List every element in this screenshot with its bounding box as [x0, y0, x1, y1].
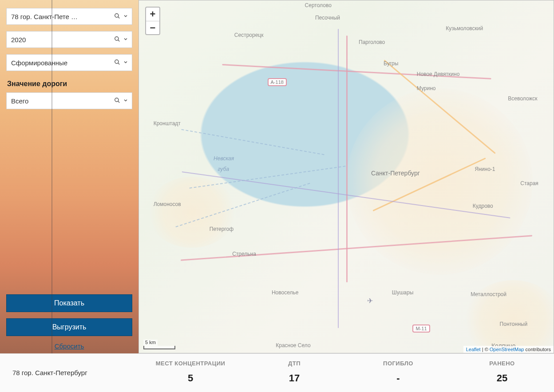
svg-point-6	[115, 98, 119, 101]
map-label-sestroretsk: Сестрорецк	[234, 32, 264, 38]
stats-header-deaths: ПОГИБЛО	[346, 354, 450, 370]
stats-value-deaths: -	[346, 370, 450, 392]
road-shield-m11: М-11	[412, 325, 430, 333]
region-select[interactable]: 78 гор. Санкт-Пете …	[6, 8, 132, 25]
map-attribution: Leaflet | © OpenStreetMap contributors	[463, 346, 554, 353]
chevron-down-icon	[123, 13, 128, 20]
map-label-vsevolozhsk: Всеволожск	[508, 95, 537, 102]
map-label-city: Санкт-Петербург	[371, 170, 420, 177]
scale-bar: 5 km	[143, 340, 175, 349]
zoom-in-button[interactable]: +	[146, 8, 159, 21]
map-container[interactable]: Санкт-Петербург Невская губа Кронштадт С…	[138, 0, 554, 353]
chevron-down-icon	[123, 59, 128, 66]
region-select-value: 78 гор. Санкт-Пете …	[11, 13, 111, 20]
airport-icon: ✈	[367, 297, 373, 305]
road-significance-label: Значение дороги	[7, 80, 132, 88]
reset-link[interactable]: Сбросить	[6, 342, 132, 350]
road-significance-value: Всего	[11, 97, 111, 105]
zoom-out-button[interactable]: −	[146, 21, 159, 34]
leaflet-link[interactable]: Leaflet	[466, 347, 481, 352]
stats-value-places: 5	[138, 370, 242, 392]
map-label-devyatkino: Новое Девяткино	[417, 71, 460, 77]
map-surface[interactable]: Санкт-Петербург Невская губа Кронштадт С…	[139, 0, 554, 353]
road-shield-a118: А-118	[268, 78, 287, 86]
stats-header-places: МЕСТ КОНЦЕНТРАЦИИ	[138, 354, 242, 370]
status-select[interactable]: Сформированные	[6, 54, 132, 71]
year-select[interactable]: 2020	[6, 31, 132, 48]
map-label-metallostroy: Металлострой	[471, 291, 507, 297]
chevron-down-icon	[123, 36, 128, 43]
map-label-water: Невская	[214, 155, 234, 162]
zoom-control: + −	[145, 7, 160, 35]
svg-line-3	[118, 40, 120, 41]
map-label-pesochny: Песочный	[315, 15, 340, 21]
map-label-pontonny: Понтонный	[500, 321, 528, 327]
stats-header-accidents: ДТП	[242, 354, 346, 370]
search-icon	[114, 59, 120, 67]
main-area: 78 гор. Санкт-Пете … 2020 Сформированные	[0, 0, 554, 353]
road-significance-select[interactable]: Всего	[6, 92, 132, 109]
map-label-petergof: Петергоф	[210, 226, 233, 232]
map-label-krasnoe: Красное Село	[276, 342, 310, 348]
stats-region-name: 78 гор. Санкт-Петербург	[12, 369, 87, 376]
scale-label: 5 km	[143, 340, 158, 346]
stats-region-cell: 78 гор. Санкт-Петербург	[0, 354, 138, 392]
map-label-kronstadt: Кронштадт	[154, 120, 181, 127]
map-label-shushary: Шушары	[392, 289, 414, 296]
search-icon	[114, 36, 120, 44]
year-select-value: 2020	[11, 36, 111, 44]
show-button[interactable]: Показать	[6, 294, 132, 312]
sidebar: 78 гор. Санкт-Пете … 2020 Сформированные	[0, 0, 138, 353]
stats-value-accidents: 17	[242, 370, 346, 392]
map-label-water2: губа	[218, 166, 229, 172]
map-label-novoselie: Новоселье	[272, 289, 298, 296]
map-label-kudrovo: Кудрово	[473, 203, 493, 209]
osm-link[interactable]: OpenStreetMap	[490, 347, 524, 352]
search-icon	[114, 13, 120, 20]
map-label-yanino: Янино-1	[475, 166, 495, 172]
map-label-pargolovo: Парголово	[359, 39, 385, 45]
svg-point-2	[115, 36, 119, 40]
map-label-bugry: Бугры	[384, 60, 398, 67]
export-button[interactable]: Выгрузить	[6, 318, 132, 336]
export-button-label: Выгрузить	[52, 323, 87, 331]
reset-link-label: Сбросить	[55, 342, 84, 350]
svg-point-0	[115, 13, 119, 17]
stats-grid: МЕСТ КОНЦЕНТРАЦИИ ДТП ПОГИБЛО РАНЕНО 5 1…	[138, 354, 554, 392]
map-label-strelna: Стрельна	[232, 251, 256, 257]
svg-line-5	[118, 63, 120, 64]
map-label-lomonosov: Ломоносов	[154, 201, 181, 207]
status-select-value: Сформированные	[11, 59, 111, 67]
stats-bar: 78 гор. Санкт-Петербург МЕСТ КОНЦЕНТРАЦИ…	[0, 353, 554, 392]
map-label-kuzmolovsky: Кузьмоловский	[446, 25, 483, 32]
show-button-label: Показать	[54, 299, 84, 307]
svg-point-4	[115, 59, 119, 63]
map-label-murino: Мурино	[417, 85, 436, 91]
svg-line-7	[118, 101, 120, 103]
svg-line-1	[118, 16, 120, 18]
stats-value-injured: 25	[450, 370, 554, 392]
stats-header-injured: РАНЕНО	[450, 354, 554, 370]
map-label-sertolovo: Сертолово	[305, 2, 332, 8]
chevron-down-icon	[123, 98, 128, 104]
map-label-staraya: Старая	[520, 180, 538, 186]
search-icon	[114, 97, 120, 105]
